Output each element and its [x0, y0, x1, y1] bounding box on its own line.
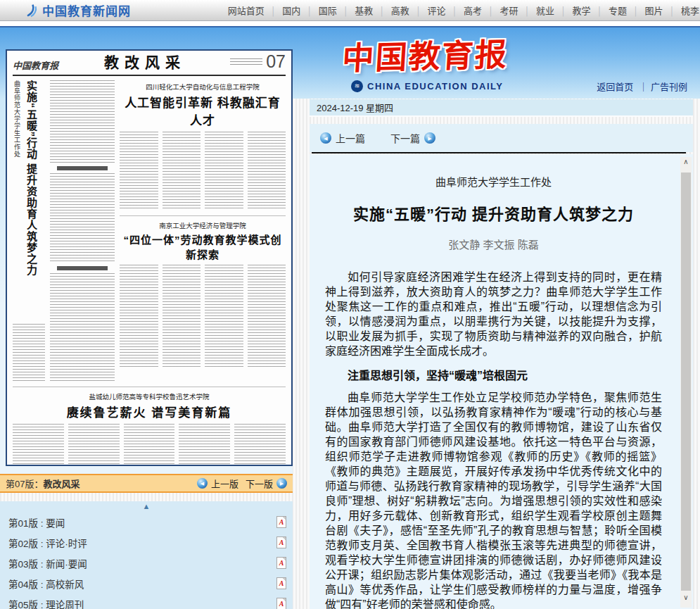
article-supertitle: 曲阜师范大学学生工作处	[325, 174, 662, 189]
pdf-icon[interactable]: A	[276, 598, 286, 609]
nav-item-domestic[interactable]: 国内	[265, 4, 301, 17]
pdf-icon[interactable]: A	[276, 557, 286, 569]
edition-bar-section: 教改风采	[43, 477, 79, 490]
page: 中国教育新闻网 网站首页 国内 国际 基教 高教 评论 高考 考研 就业 教学 …	[0, 0, 700, 609]
nav-item-special[interactable]: 专题	[590, 4, 627, 17]
scroll-down-icon[interactable]: ∨	[680, 594, 692, 601]
article-kicker: 四川轻化工大学自动化与信息工程学院	[120, 82, 286, 92]
nav-item-teaching[interactable]: 教学	[554, 4, 591, 17]
article-paragraph: 如何引导家庭经济困难学生在经济上得到支持的同时，更在精神上得到滋养，放大资助育人…	[325, 270, 662, 358]
collapse-triangle-icon[interactable]: ▲	[0, 501, 293, 512]
pdf-icon[interactable]: A	[276, 516, 286, 528]
article-paragraph: 曲阜师范大学学生工作处立足学校师范办学特色，聚焦师范生群体加强思想引领，以弘扬教…	[325, 390, 662, 609]
edition-link[interactable]: 第05版 : 理论周刊	[8, 597, 84, 609]
newspaper-page-number: 07	[266, 51, 286, 72]
newspaper-vertical-article: 曲阜师范大学学生工作处 实施“五暖”行动 提升资助育人筑梦之力	[13, 80, 45, 382]
next-edition-button[interactable]: 下一版 ▶	[246, 477, 287, 490]
article-headline: “四位一体”劳动教育教学模式创新探索	[120, 232, 286, 261]
newspaper-right-articles: 四川轻化工大学自动化与信息工程学院 人工智能引革新 科教融汇育人才 南京工业大学…	[120, 80, 286, 382]
ad-rates-link[interactable]: 广告刊例	[636, 82, 687, 92]
edition-row: 第02版 : 评论·时评 A	[0, 532, 293, 553]
next-article-label: 下一篇	[390, 131, 420, 145]
site-logo-text: 中国教育新闻网	[42, 1, 131, 19]
header-divider	[0, 21, 700, 26]
newspaper-text-block	[50, 173, 115, 263]
edition-row: 第05版 : 理论周刊 A	[0, 594, 293, 609]
article-body-columns	[120, 132, 286, 211]
prev-arrow-icon: ◀	[320, 132, 331, 144]
scrollbar[interactable]: ∧ ∨	[680, 157, 692, 608]
newspaper-subhead-block	[57, 166, 108, 170]
newspaper-date-lines	[230, 58, 262, 65]
horizontal-rule	[312, 152, 686, 153]
article-headline: 人工智能引革新 科教融汇育人才	[120, 93, 286, 128]
newspaper-text-block	[50, 273, 115, 382]
edition-link[interactable]: 第04版 : 高校新风	[8, 577, 84, 591]
paper-masthead-title: 中国教育报	[341, 29, 509, 79]
edition-row: 第04版 : 高校新风 A	[0, 573, 293, 594]
next-arrow-icon: ▶	[424, 132, 435, 144]
newspaper-section-title: 教改风采	[69, 51, 221, 72]
newspaper-main: 曲阜师范大学学生工作处 实施“五暖”行动 提升资助育人筑梦之力 四川轻化工大学自…	[13, 80, 286, 382]
newspaper-subhead-block	[57, 266, 108, 270]
edition-list-panel: ▲ 第01版 : 要闻 A 第02版 : 评论·时评 A 第03版 : 新闻·要…	[0, 501, 293, 609]
nav-item-employment[interactable]: 就业	[518, 4, 554, 17]
nav-item-higher-edu[interactable]: 高教	[373, 4, 409, 17]
newspaper-article-1: 四川轻化工大学自动化与信息工程学院 人工智能引革新 科教融汇育人才	[120, 80, 286, 211]
nav-item-home[interactable]: 网站首页	[228, 4, 265, 17]
date-bar: 2024-12-19 星期四	[310, 99, 693, 117]
nav-item-international[interactable]: 国际	[300, 4, 337, 17]
article-panel: 曲阜师范大学学生工作处 实施“五暖”行动 提升资助育人筑梦之力 张文静 李文振 …	[310, 154, 693, 609]
newspaper-article-3: 盐城幼儿师范高等专科学校鲁迅艺术学院 赓续鲁艺薪火 谱写美育新篇	[13, 387, 286, 465]
pdf-icon[interactable]: A	[276, 577, 286, 589]
article-kicker: 南京工业大学经济与管理学院	[120, 220, 286, 230]
article-body-columns	[120, 265, 286, 368]
next-article-button[interactable]: 下一篇 ▶	[390, 131, 435, 145]
next-edition-label: 下一版	[246, 477, 273, 490]
prev-article-button[interactable]: ◀ 上一篇	[320, 131, 365, 145]
article-body: 如何引导家庭经济困难学生在经济上得到支持的同时，更在精神上得到滋养，放大资助育人…	[325, 270, 662, 609]
newspaper-page-image: 中国教育报 教改风采 07 曲阜师范大学学生工作处 实施“五暖”行动 提升资助育…	[6, 49, 293, 466]
edition-link[interactable]: 第02版 : 评论·时评	[8, 536, 87, 550]
nav-item-taoli[interactable]: 桃李	[663, 4, 699, 17]
newspaper-brand: 中国教育报	[13, 58, 69, 72]
nav-item-basic-edu[interactable]: 基教	[337, 4, 374, 17]
prev-arrow-icon: ◀	[197, 478, 208, 489]
back-to-home-link[interactable]: 返回首页	[597, 82, 633, 92]
article-body-columns	[13, 424, 286, 465]
edition-link[interactable]: 第03版 : 新闻·要闻	[8, 556, 87, 570]
edition-bar: 第07版： 教改风采 ◀ 上一版 下一版 ▶	[0, 474, 293, 493]
newspaper-column	[50, 80, 115, 382]
scroll-up-icon[interactable]: ∧	[680, 158, 692, 165]
nav-item-gaokao[interactable]: 高考	[445, 4, 482, 17]
logo-swoosh-icon	[24, 3, 38, 18]
newspaper-page-info: 07	[221, 51, 286, 72]
edition-row: 第01版 : 要闻 A	[0, 512, 293, 532]
scrollbar-thumb[interactable]	[681, 172, 691, 591]
nav-item-kaoyan[interactable]: 考研	[482, 4, 518, 17]
article-kicker: 盐城幼儿师范高等专科学校鲁迅艺术学院	[13, 391, 286, 401]
article-section-heading: 注重思想引领，坚持“暖魂”培根固元	[325, 368, 662, 383]
next-arrow-icon: ▶	[276, 478, 287, 489]
site-logo[interactable]: 中国教育新闻网	[24, 1, 131, 19]
article-headline: 赓续鲁艺薪火 谱写美育新篇	[13, 403, 286, 420]
masthead-links: 返回首页 广告刊例	[310, 80, 693, 93]
article-title: 实施“五暖”行动 提升资助育人筑梦之力	[325, 201, 662, 224]
vertical-article-kicker: 曲阜师范大学学生工作处	[13, 80, 22, 170]
pdf-icon[interactable]: A	[276, 536, 286, 548]
nav-item-commentary[interactable]: 评论	[409, 4, 446, 17]
vertical-article-title: 实施“五暖”行动 提升资助育人筑梦之力	[24, 80, 39, 320]
date-text: 2024-12-19 星期四	[317, 101, 393, 114]
prev-edition-button[interactable]: ◀ 上一版	[197, 477, 238, 490]
edition-row: 第03版 : 新闻·要闻 A	[0, 553, 293, 573]
nav-item-photos[interactable]: 图片	[627, 4, 663, 17]
prev-edition-label: 上一版	[211, 477, 238, 490]
edition-link[interactable]: 第01版 : 要闻	[8, 515, 65, 529]
article-nav-bar: ◀ 上一篇 下一篇 ▶	[310, 124, 693, 152]
article-content: 曲阜师范大学学生工作处 实施“五暖”行动 提升资助育人筑梦之力 张文静 李文振 …	[310, 154, 693, 609]
top-nav-list: 网站首页 国内 国际 基教 高教 评论 高考 考研 就业 教学 专题 图片 桃李	[228, 4, 700, 17]
newspaper-header: 中国教育报 教改风采 07	[13, 55, 286, 76]
edition-bar-nav: ◀ 上一版 下一版 ▶	[197, 477, 287, 490]
article-authors: 张文静 李文振 陈磊	[325, 237, 662, 251]
newspaper-text-block	[13, 324, 45, 382]
